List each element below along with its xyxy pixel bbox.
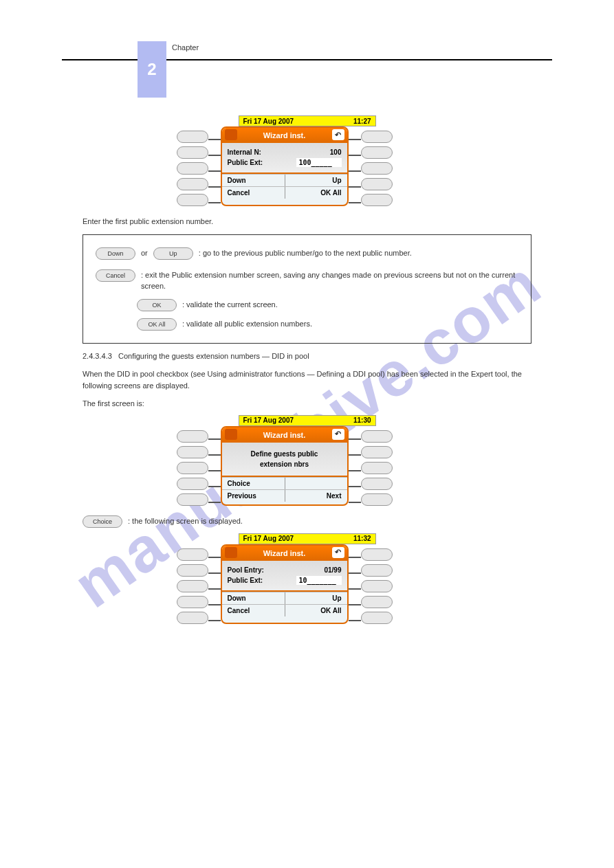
phone-status-bar: Fri 17 Aug 2007 11:27 [239,115,376,126]
wizard-icon [225,547,237,558]
soft-key[interactable] [361,596,393,608]
cancel-desc: : exit the Public extension number scree… [141,269,518,292]
phone-screen: Wizard inst. ↶ Internal N: 100 Public Ex… [221,126,349,206]
soft-key[interactable] [361,612,393,624]
ok-button[interactable]: OK [137,299,177,311]
soft-next-label: Next [327,492,342,500]
chapter-number: 2 [147,60,156,79]
phone-screen: Wizard inst. ↶ Pool Entry: 01/99 Public … [221,544,349,624]
phone-status-bar: Fri 17 Aug 2007 11:32 [239,533,376,544]
soft-cancel-label: Cancel [228,607,250,614]
soft-keys-left [177,544,221,624]
phone-time: 11:27 [353,118,371,125]
back-icon: ↶ [332,547,344,558]
soft-key[interactable] [361,462,393,474]
soft-keys-right [349,544,393,624]
screen-title: Wizard inst. [263,131,306,140]
soft-key[interactable] [177,162,208,175]
soft-key[interactable] [177,596,208,608]
ok-desc: : validate the current screen. [182,299,278,311]
soft-key[interactable] [177,178,208,190]
phone-mock-2: Fri 17 Aug 2007 11:30 Wizard inst. ↶ [177,415,438,506]
pool-entry-label: Pool Entry: [228,566,264,574]
down-up-desc: : go to the previous public number/go to… [199,247,412,259]
up-button[interactable]: Up [153,247,193,260]
soft-key[interactable] [361,430,393,443]
choice-desc: : the following screen is displayed. [128,515,243,527]
soft-key[interactable] [361,548,393,561]
public-ext-label: Public Ext: [228,577,263,584]
soft-key[interactable] [361,580,393,592]
first-screen-para: The first screen is: [83,398,531,410]
public-ext-input[interactable]: 100_____ [296,158,342,167]
choice-button[interactable]: Choice [83,515,122,528]
action-box: Down or Up : go to the previous public n… [83,234,531,344]
enter-first-para: Enter the first public extension number. [83,216,531,227]
back-icon: ↶ [332,429,344,440]
soft-keys-right [349,126,393,206]
soft-key[interactable] [177,580,208,592]
soft-key[interactable] [177,564,208,577]
back-icon: ↶ [332,129,344,140]
pool-entry-value: 01/99 [324,566,341,574]
ok-all-button[interactable]: OK All [137,318,177,331]
soft-down-label: Down [228,177,246,184]
soft-key[interactable] [177,446,208,458]
soft-key[interactable] [361,194,393,206]
soft-key[interactable] [177,146,208,159]
section-heading: 2.4.3.4.3 Configuring the guests extensi… [83,350,531,362]
soft-key[interactable] [361,131,393,143]
screen-title: Wizard inst. [263,431,306,439]
msg-line-2: extension nbrs [228,459,342,469]
public-ext-label: Public Ext: [228,159,263,166]
soft-key[interactable] [361,162,393,175]
soft-key[interactable] [361,178,393,190]
soft-key[interactable] [177,430,208,443]
wizard-icon [225,129,237,140]
phone-status-bar: Fri 17 Aug 2007 11:30 [239,415,376,426]
section-title: Configuring the guests extension numbers… [118,352,309,360]
phone-date: Fri 17 Aug 2007 [243,118,294,125]
public-ext-input[interactable]: 10_______ [296,576,342,585]
section-number: 2.4.3.4.3 [83,352,112,360]
internal-n-value: 100 [330,148,342,156]
soft-up-label: Up [332,594,341,602]
soft-key[interactable] [361,493,393,506]
soft-key[interactable] [361,478,393,490]
wizard-icon [225,429,237,440]
soft-keys-left [177,126,221,206]
soft-key[interactable] [177,462,208,474]
soft-previous-label: Previous [228,492,256,500]
cancel-button[interactable]: Cancel [96,269,135,282]
screen-title-bar: Wizard inst. ↶ [222,546,347,561]
soft-okall-label: OK All [320,607,341,614]
internal-n-label: Internal N: [228,148,261,156]
screen-title: Wizard inst. [263,549,306,557]
screen-title-bar: Wizard inst. ↶ [222,128,347,143]
soft-cancel-label: Cancel [228,189,250,197]
down-button[interactable]: Down [96,247,135,260]
soft-key[interactable] [177,194,208,206]
soft-key[interactable] [177,612,208,624]
phone-time: 11:32 [353,535,371,542]
soft-up-label: Up [332,177,341,184]
phone-mock-1: Fri 17 Aug 2007 11:27 Wizard inst. ↶ [177,115,438,206]
soft-key[interactable] [361,446,393,458]
phone-screen: Wizard inst. ↶ Define guests public exte… [221,426,349,506]
page-rule [62,59,552,60]
soft-key[interactable] [177,131,208,143]
chapter-tab: 2 [138,41,166,98]
soft-choice-label: Choice [228,480,250,487]
pool-para: When the DID in pool checkbox (see Using… [83,368,531,391]
msg-line-1: Define guests public [228,449,342,459]
soft-key[interactable] [177,548,208,561]
phone-time: 11:30 [353,416,371,424]
soft-keys-left [177,426,221,506]
screen-title-bar: Wizard inst. ↶ [222,427,347,443]
soft-okall-label: OK All [320,189,341,197]
soft-key[interactable] [361,564,393,577]
soft-key[interactable] [177,493,208,506]
soft-key[interactable] [361,146,393,159]
soft-key[interactable] [177,478,208,490]
soft-keys-right [349,426,393,506]
